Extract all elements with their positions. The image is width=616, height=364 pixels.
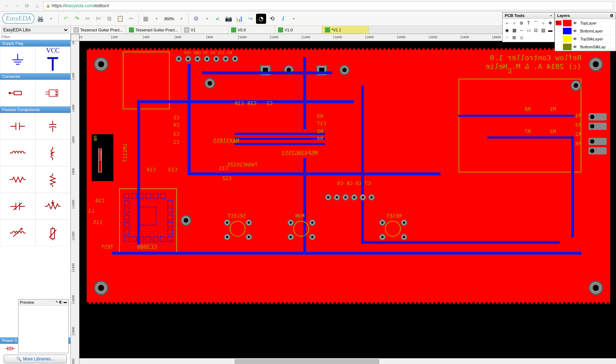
pcb-board[interactable]: Reflow Controller 1.0 (c) 2014 A. & M. H… [87, 50, 610, 302]
component-ind2[interactable] [35, 140, 71, 166]
mounting-hole[interactable] [94, 57, 108, 71]
redo-button[interactable]: ↷ [72, 14, 82, 24]
print-button[interactable]: 🖨️ [35, 14, 45, 24]
delete-button[interactable]: ✄ [94, 14, 104, 24]
align-dropdown[interactable]: ▾ [152, 14, 162, 24]
scrollbar-horizontal[interactable] [79, 358, 616, 364]
info-dropdown[interactable]: ▾ [289, 14, 299, 24]
component-varcap[interactable] [0, 193, 35, 220]
layer-color-swatch[interactable] [563, 36, 572, 42]
eye-icon[interactable]: 👁 [573, 21, 579, 25]
component-gnd[interactable] [0, 47, 35, 73]
camera-button[interactable]: 📷 [224, 14, 234, 24]
component-u8[interactable]: U8 152111 [92, 134, 113, 181]
zoom-display[interactable]: 350% [162, 16, 175, 22]
tool-circle[interactable]: ○ [540, 20, 546, 26]
align-button[interactable]: ▦ [141, 14, 151, 24]
label: R8 [525, 106, 531, 112]
steam-button[interactable]: ◔ [256, 14, 266, 24]
url-bar[interactable]: 🔒 https://easyeda.com/editor# [43, 1, 613, 10]
tool-via[interactable]: ⊚ [518, 20, 525, 26]
tool-hole[interactable]: ◉ [504, 27, 510, 34]
component-pot[interactable] [35, 193, 71, 220]
tool-image[interactable]: ▦ [511, 27, 517, 34]
bom-button[interactable]: 📊 [234, 14, 244, 24]
library-select[interactable]: EasyEDA Libs [1, 27, 69, 33]
layer-color-swatch[interactable] [563, 20, 572, 26]
paste-button[interactable]: 📋 [115, 14, 125, 24]
pcb-canvas[interactable]: Reflow Controller 1.0 (c) 2014 A. & M. H… [79, 41, 616, 358]
mounting-hole[interactable] [94, 281, 108, 295]
tool-copper[interactable]: ▨ [540, 27, 546, 34]
eye-icon[interactable]: 👁 [573, 29, 579, 33]
pencil-icon[interactable]: ✎ [556, 21, 561, 25]
settings-dropdown[interactable]: ▾ [202, 14, 212, 24]
minimize-icon[interactable]: − [550, 13, 552, 18]
eye-icon[interactable]: 👁 [573, 45, 579, 49]
share-button[interactable]: ⪪ [213, 14, 223, 24]
mounting-hole[interactable] [589, 281, 603, 295]
tab[interactable]: Tesseract Guitar Pract... [126, 26, 181, 34]
cut-button[interactable]: ✂ [83, 14, 93, 24]
tool-move[interactable]: ✥ [547, 20, 554, 26]
tool-group[interactable]: ⊞ [511, 34, 517, 41]
layer-row[interactable]: 👁 BottomSilkLay [555, 43, 616, 51]
tool-connect[interactable]: ⊡ [533, 27, 539, 34]
mounting-hole[interactable] [589, 57, 603, 71]
component-cap2[interactable] [35, 113, 71, 140]
home-button[interactable]: ⌂ [33, 2, 41, 10]
tab[interactable]: *V1.1 [322, 26, 369, 34]
layer-row[interactable]: ✎ 👁 TopLayer [555, 19, 616, 27]
layer-color-swatch[interactable] [563, 44, 572, 50]
layer-color-swatch[interactable] [563, 28, 572, 34]
section-supply-flag: Supply Flag [0, 40, 70, 47]
tool-text[interactable]: T [525, 20, 532, 26]
tab[interactable]: Tesseract Guitar Pract... [71, 26, 126, 34]
tool-arc[interactable]: ⌒ [533, 20, 539, 26]
tool-dimension[interactable]: ↔ [518, 27, 525, 34]
preview-controls[interactable]: ✎ ◧ ▬ [56, 300, 67, 304]
layers-settings-icon[interactable]: ⚙ [610, 13, 613, 18]
undo-button[interactable]: ↶ [61, 14, 71, 24]
logo[interactable]: EasyEDA [2, 13, 35, 24]
hole[interactable] [571, 80, 581, 91]
component-varres[interactable] [35, 220, 71, 246]
layer-row[interactable]: 👁 BottomLayer [555, 27, 616, 35]
tab[interactable]: V1 [181, 26, 228, 34]
component-conn2[interactable]: 12 [35, 80, 71, 106]
forward-button[interactable]: → [13, 2, 21, 10]
tool-track[interactable]: ⌐ [504, 20, 510, 26]
zoom-dropdown[interactable]: ▾ [176, 14, 186, 24]
component-varind[interactable] [0, 220, 35, 246]
component-cap1[interactable] [0, 113, 35, 140]
more-libraries-button[interactable]: 🔍 More Libraries... [4, 355, 67, 363]
component-vcc[interactable]: VCC [35, 47, 71, 73]
tool-solid[interactable]: ▬ [547, 27, 554, 34]
print-dropdown[interactable]: ▾ [46, 14, 56, 24]
hole[interactable] [204, 78, 215, 89]
history-button[interactable]: ⟲ [267, 14, 277, 24]
tool-rect[interactable]: ▭ [525, 27, 532, 34]
trace-button[interactable]: ⤳ [126, 14, 136, 24]
component-res2[interactable] [35, 166, 71, 193]
back-button[interactable]: ← [3, 2, 11, 10]
library-filter[interactable] [0, 34, 70, 40]
eye-icon[interactable]: 👁 [573, 37, 579, 41]
layer-row[interactable]: 👁 TopSilkLayer [555, 35, 616, 43]
tab[interactable]: V1.0 [275, 26, 322, 34]
label: M1 [550, 106, 556, 112]
scrollbar-thumb[interactable] [235, 359, 379, 364]
copy-button[interactable]: ⧉ [104, 14, 114, 24]
tool-poly[interactable]: ◇ [518, 34, 525, 41]
settings-button[interactable]: ⚙ [191, 14, 201, 24]
reload-button[interactable]: ⟳ [23, 2, 31, 10]
export-button[interactable]: ↪ [245, 14, 255, 24]
component-ind1[interactable] [0, 140, 35, 166]
component-res1[interactable] [0, 166, 35, 193]
tool-measure[interactable]: ⟋ [504, 34, 510, 41]
hole[interactable] [181, 215, 191, 226]
component-conn1[interactable] [0, 80, 35, 106]
info-button[interactable]: ℹ [278, 14, 288, 24]
tab[interactable]: V0.9 [228, 26, 275, 34]
tool-pad[interactable]: ○ [511, 20, 517, 26]
